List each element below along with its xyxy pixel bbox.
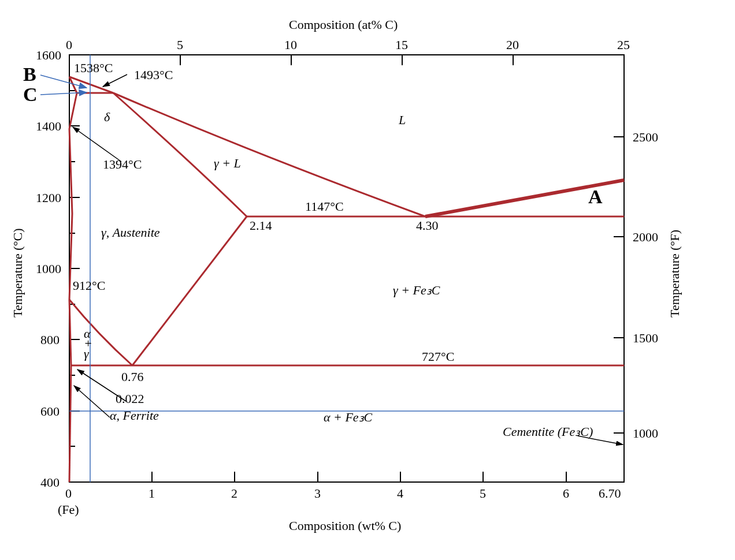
yl-600: 600: [40, 404, 60, 419]
top-axis-title: Composition (at% C): [289, 17, 398, 32]
region-delta: δ: [104, 110, 110, 124]
arrow-1394: [73, 127, 121, 162]
xb-3: 3: [314, 486, 321, 501]
right-axis-title: Temperature (°F): [667, 230, 682, 318]
region-gamma: γ, Austenite: [101, 225, 160, 240]
xb-670: 6.70: [599, 486, 621, 501]
yl-1200: 1200: [36, 191, 61, 205]
arrow-1493: [103, 74, 127, 87]
pt-1394: 1394°C: [103, 157, 142, 171]
region-cementite: Cementite (Fe₃C): [503, 424, 593, 439]
yr-2000: 2000: [633, 230, 658, 244]
yr-1500: 1500: [633, 331, 658, 345]
x-top-ticks: [69, 55, 624, 65]
pt-1147: 1147°C: [305, 199, 344, 214]
annotation-B: B: [23, 64, 36, 85]
xt-20: 20: [506, 38, 519, 52]
xb-4: 4: [397, 486, 403, 501]
yl-800: 800: [40, 333, 60, 347]
region-alpha-plus-gamma-g: γ: [84, 346, 90, 361]
pt-912: 912°C: [73, 278, 105, 293]
xb-2: 2: [231, 486, 237, 501]
yl-400: 400: [40, 475, 60, 490]
annotation-C: C: [23, 84, 38, 105]
xt-5: 5: [177, 38, 183, 52]
yl-1000: 1000: [36, 262, 61, 276]
pt-727: 727°C: [422, 349, 454, 364]
pt-c214: 2.14: [250, 218, 272, 233]
annotation-A: A: [588, 186, 603, 207]
xt-25: 25: [617, 38, 630, 52]
region-alpha: α, Ferrite: [110, 408, 159, 423]
pt-1538: 1538°C: [74, 61, 113, 75]
yr-2500: 2500: [633, 130, 658, 144]
region-gamma-plus-L: γ + L: [214, 156, 241, 170]
pt-c0022: 0.022: [116, 391, 144, 406]
xt-15: 15: [395, 38, 408, 52]
xt-0: 0: [66, 38, 72, 52]
x-bottom-ticks: [69, 472, 566, 482]
pt-c430: 4.30: [416, 218, 439, 233]
yl-1600: 1600: [36, 48, 61, 62]
bottom-axis-title: Composition (wt% C): [289, 518, 401, 533]
region-gamma-plus-Fe3C: γ + Fe₃C: [393, 283, 440, 297]
yr-1000: 1000: [633, 426, 658, 440]
pt-c076: 0.76: [121, 369, 144, 384]
region-L: L: [398, 113, 406, 127]
xb-6: 6: [563, 486, 569, 501]
xb-0: 0: [65, 486, 72, 501]
pt-1493: 1493°C: [134, 68, 173, 82]
xt-10: 10: [284, 38, 297, 52]
arrow-ferrite: [74, 386, 110, 417]
region-alpha-plus-Fe3C: α + Fe₃C: [324, 410, 373, 424]
yl-1400: 1400: [36, 119, 61, 133]
left-axis-title: Temperature (°C): [10, 229, 25, 318]
xb-5: 5: [480, 486, 486, 501]
fe-label: (Fe): [58, 502, 79, 517]
xb-1: 1: [149, 486, 155, 501]
